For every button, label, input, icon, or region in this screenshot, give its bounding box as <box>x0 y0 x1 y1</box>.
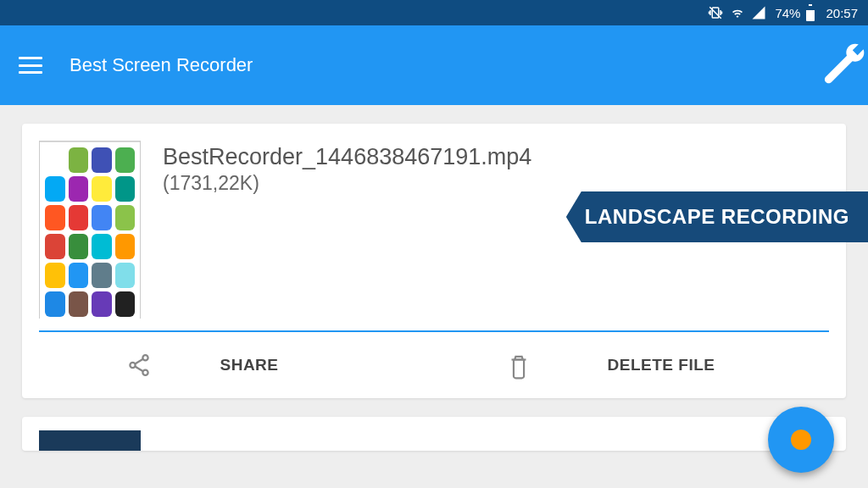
wifi-icon <box>729 5 746 20</box>
menu-button[interactable] <box>19 57 42 74</box>
delete-label: DELETE FILE <box>608 356 715 374</box>
trash-icon <box>506 352 531 378</box>
recording-card-partial <box>22 417 846 451</box>
app-bar: Best Screen Recorder <box>0 25 868 105</box>
svg-line-1 <box>710 7 722 19</box>
svg-line-9 <box>136 367 144 372</box>
recording-thumbnail[interactable] <box>39 141 141 319</box>
vibrate-off-icon <box>707 5 724 20</box>
clock: 20:57 <box>826 6 858 20</box>
promo-badge-label: LANDSCAPE RECORDING <box>585 205 849 228</box>
battery-icon <box>805 4 815 21</box>
svg-point-7 <box>143 370 148 375</box>
file-name: BestRecorder_1446838467191.mp4 <box>163 144 531 170</box>
app-title: Best Screen Recorder <box>70 54 253 76</box>
recording-thumbnail[interactable] <box>39 430 141 451</box>
status-bar: 74% 20:57 <box>0 0 868 25</box>
share-label: SHARE <box>220 356 278 374</box>
record-icon <box>791 430 811 450</box>
svg-point-5 <box>143 355 148 360</box>
svg-rect-4 <box>806 6 815 10</box>
card-actions: SHARE DELETE FILE <box>22 332 846 398</box>
battery-percentage: 74% <box>775 6 800 20</box>
content-area: BestRecorder_1446838467191.mp4 (1731,22K… <box>0 105 868 451</box>
file-info: BestRecorder_1446838467191.mp4 (1731,22K… <box>163 141 531 319</box>
record-fab[interactable] <box>768 407 834 473</box>
recording-card: BestRecorder_1446838467191.mp4 (1731,22K… <box>22 124 846 398</box>
settings-button[interactable] <box>821 40 868 91</box>
promo-badge: LANDSCAPE RECORDING <box>566 191 868 242</box>
svg-point-6 <box>131 363 136 368</box>
share-button[interactable]: SHARE <box>22 352 434 378</box>
signal-icon <box>751 5 766 20</box>
share-icon <box>126 352 152 378</box>
svg-rect-2 <box>809 4 812 6</box>
file-size: (1731,22K) <box>163 172 531 195</box>
delete-button[interactable]: DELETE FILE <box>434 352 846 378</box>
svg-line-8 <box>136 359 144 364</box>
